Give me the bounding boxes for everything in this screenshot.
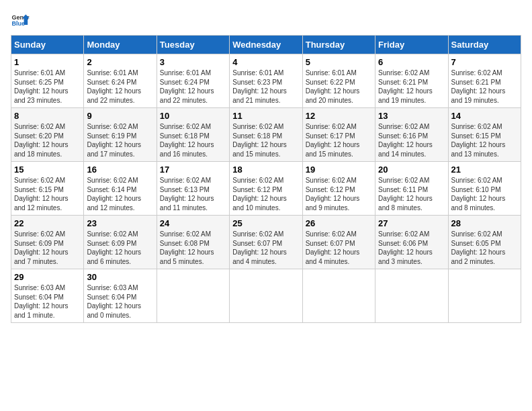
calendar-cell: 23 Sunrise: 6:02 AMSunset: 6:09 PMDaylig… bbox=[84, 216, 157, 269]
calendar-cell: 15 Sunrise: 6:02 AMSunset: 6:15 PMDaylig… bbox=[11, 162, 84, 216]
calendar-week-row: 8 Sunrise: 6:02 AMSunset: 6:20 PMDayligh… bbox=[11, 108, 521, 162]
calendar-cell bbox=[302, 269, 375, 323]
calendar-cell: 19 Sunrise: 6:02 AMSunset: 6:12 PMDaylig… bbox=[302, 162, 375, 216]
logo-icon: General Blue bbox=[11, 11, 30, 30]
calendar-cell: 22 Sunrise: 6:02 AMSunset: 6:09 PMDaylig… bbox=[11, 216, 84, 269]
calendar-cell: 6 Sunrise: 6:02 AMSunset: 6:21 PMDayligh… bbox=[375, 54, 448, 108]
calendar-cell: 13 Sunrise: 6:02 AMSunset: 6:16 PMDaylig… bbox=[375, 108, 448, 162]
day-detail: Sunrise: 6:01 AMSunset: 6:24 PMDaylight:… bbox=[160, 69, 214, 104]
day-detail: Sunrise: 6:01 AMSunset: 6:22 PMDaylight:… bbox=[306, 69, 360, 104]
day-number: 16 bbox=[87, 165, 153, 175]
day-number: 10 bbox=[160, 111, 226, 121]
day-detail: Sunrise: 6:01 AMSunset: 6:24 PMDaylight:… bbox=[87, 69, 141, 104]
day-number: 4 bbox=[232, 57, 299, 67]
calendar-cell: 25 Sunrise: 6:02 AMSunset: 6:07 PMDaylig… bbox=[230, 216, 302, 269]
day-number: 2 bbox=[87, 57, 153, 67]
calendar-cell bbox=[375, 269, 448, 323]
day-number: 30 bbox=[87, 272, 153, 282]
calendar-cell: 8 Sunrise: 6:02 AMSunset: 6:20 PMDayligh… bbox=[11, 108, 84, 162]
col-header-wednesday: Wednesday bbox=[230, 36, 302, 54]
day-detail: Sunrise: 6:02 AMSunset: 6:05 PMDaylight:… bbox=[451, 230, 506, 265]
day-detail: Sunrise: 6:02 AMSunset: 6:07 PMDaylight:… bbox=[306, 230, 360, 265]
col-header-saturday: Saturday bbox=[448, 36, 521, 54]
day-detail: Sunrise: 6:01 AMSunset: 6:23 PMDaylight:… bbox=[232, 69, 287, 104]
calendar-cell: 12 Sunrise: 6:02 AMSunset: 6:17 PMDaylig… bbox=[302, 108, 375, 162]
day-number: 24 bbox=[160, 218, 226, 228]
calendar-cell bbox=[157, 269, 229, 323]
day-detail: Sunrise: 6:02 AMSunset: 6:06 PMDaylight:… bbox=[378, 230, 433, 265]
calendar-cell: 28 Sunrise: 6:02 AMSunset: 6:05 PMDaylig… bbox=[448, 216, 521, 269]
day-number: 17 bbox=[160, 165, 226, 175]
day-detail: Sunrise: 6:02 AMSunset: 6:15 PMDaylight:… bbox=[451, 123, 506, 158]
day-detail: Sunrise: 6:02 AMSunset: 6:21 PMDaylight:… bbox=[378, 69, 433, 104]
col-header-sunday: Sunday bbox=[11, 36, 84, 54]
calendar-cell: 20 Sunrise: 6:02 AMSunset: 6:11 PMDaylig… bbox=[375, 162, 448, 216]
logo: General Blue bbox=[11, 11, 30, 30]
calendar-cell: 26 Sunrise: 6:02 AMSunset: 6:07 PMDaylig… bbox=[302, 216, 375, 269]
day-number: 26 bbox=[306, 218, 372, 228]
col-header-friday: Friday bbox=[375, 36, 448, 54]
day-detail: Sunrise: 6:02 AMSunset: 6:13 PMDaylight:… bbox=[160, 177, 214, 212]
calendar-table: SundayMondayTuesdayWednesdayThursdayFrid… bbox=[11, 35, 521, 323]
page-header: General Blue bbox=[11, 11, 521, 30]
day-detail: Sunrise: 6:02 AMSunset: 6:19 PMDaylight:… bbox=[87, 123, 141, 158]
calendar-cell: 24 Sunrise: 6:02 AMSunset: 6:08 PMDaylig… bbox=[157, 216, 229, 269]
day-number: 11 bbox=[232, 111, 299, 121]
calendar-cell bbox=[230, 269, 302, 323]
day-number: 8 bbox=[14, 111, 81, 121]
day-number: 18 bbox=[232, 165, 299, 175]
day-detail: Sunrise: 6:02 AMSunset: 6:07 PMDaylight:… bbox=[232, 230, 287, 265]
day-number: 25 bbox=[232, 218, 299, 228]
calendar-week-row: 15 Sunrise: 6:02 AMSunset: 6:15 PMDaylig… bbox=[11, 162, 521, 216]
calendar-cell: 1 Sunrise: 6:01 AMSunset: 6:25 PMDayligh… bbox=[11, 54, 84, 108]
day-detail: Sunrise: 6:02 AMSunset: 6:18 PMDaylight:… bbox=[232, 123, 287, 158]
day-number: 1 bbox=[14, 57, 81, 67]
day-detail: Sunrise: 6:02 AMSunset: 6:11 PMDaylight:… bbox=[378, 177, 433, 212]
day-number: 15 bbox=[14, 165, 81, 175]
day-number: 29 bbox=[14, 272, 81, 282]
day-number: 13 bbox=[378, 111, 445, 121]
calendar-cell: 4 Sunrise: 6:01 AMSunset: 6:23 PMDayligh… bbox=[230, 54, 302, 108]
day-number: 20 bbox=[378, 165, 445, 175]
day-number: 19 bbox=[306, 165, 372, 175]
calendar-cell: 5 Sunrise: 6:01 AMSunset: 6:22 PMDayligh… bbox=[302, 54, 375, 108]
day-number: 21 bbox=[451, 165, 518, 175]
day-detail: Sunrise: 6:02 AMSunset: 6:15 PMDaylight:… bbox=[14, 177, 69, 212]
calendar-cell bbox=[448, 269, 521, 323]
col-header-thursday: Thursday bbox=[302, 36, 375, 54]
day-detail: Sunrise: 6:02 AMSunset: 6:17 PMDaylight:… bbox=[306, 123, 360, 158]
day-number: 27 bbox=[378, 218, 445, 228]
day-detail: Sunrise: 6:03 AMSunset: 6:04 PMDaylight:… bbox=[14, 284, 69, 319]
day-number: 22 bbox=[14, 218, 81, 228]
calendar-cell: 3 Sunrise: 6:01 AMSunset: 6:24 PMDayligh… bbox=[157, 54, 229, 108]
col-header-monday: Monday bbox=[84, 36, 157, 54]
calendar-cell: 9 Sunrise: 6:02 AMSunset: 6:19 PMDayligh… bbox=[84, 108, 157, 162]
calendar-header-row: SundayMondayTuesdayWednesdayThursdayFrid… bbox=[11, 36, 521, 54]
calendar-cell: 21 Sunrise: 6:02 AMSunset: 6:10 PMDaylig… bbox=[448, 162, 521, 216]
day-number: 7 bbox=[451, 57, 518, 67]
day-detail: Sunrise: 6:03 AMSunset: 6:04 PMDaylight:… bbox=[87, 284, 141, 319]
day-number: 23 bbox=[87, 218, 153, 228]
calendar-cell: 16 Sunrise: 6:02 AMSunset: 6:14 PMDaylig… bbox=[84, 162, 157, 216]
day-number: 14 bbox=[451, 111, 518, 121]
day-detail: Sunrise: 6:02 AMSunset: 6:09 PMDaylight:… bbox=[14, 230, 69, 265]
day-number: 3 bbox=[160, 57, 226, 67]
calendar-cell: 17 Sunrise: 6:02 AMSunset: 6:13 PMDaylig… bbox=[157, 162, 229, 216]
day-detail: Sunrise: 6:02 AMSunset: 6:16 PMDaylight:… bbox=[378, 123, 433, 158]
calendar-cell: 18 Sunrise: 6:02 AMSunset: 6:12 PMDaylig… bbox=[230, 162, 302, 216]
calendar-week-row: 29 Sunrise: 6:03 AMSunset: 6:04 PMDaylig… bbox=[11, 269, 521, 323]
day-detail: Sunrise: 6:02 AMSunset: 6:18 PMDaylight:… bbox=[160, 123, 214, 158]
calendar-cell: 14 Sunrise: 6:02 AMSunset: 6:15 PMDaylig… bbox=[448, 108, 521, 162]
day-detail: Sunrise: 6:02 AMSunset: 6:08 PMDaylight:… bbox=[160, 230, 214, 265]
day-number: 28 bbox=[451, 218, 518, 228]
day-detail: Sunrise: 6:02 AMSunset: 6:12 PMDaylight:… bbox=[306, 177, 360, 212]
day-detail: Sunrise: 6:02 AMSunset: 6:09 PMDaylight:… bbox=[87, 230, 141, 265]
calendar-cell: 7 Sunrise: 6:02 AMSunset: 6:21 PMDayligh… bbox=[448, 54, 521, 108]
day-number: 6 bbox=[378, 57, 445, 67]
calendar-week-row: 22 Sunrise: 6:02 AMSunset: 6:09 PMDaylig… bbox=[11, 216, 521, 269]
calendar-cell: 2 Sunrise: 6:01 AMSunset: 6:24 PMDayligh… bbox=[84, 54, 157, 108]
svg-text:Blue: Blue bbox=[11, 20, 25, 27]
day-number: 9 bbox=[87, 111, 153, 121]
calendar-cell: 10 Sunrise: 6:02 AMSunset: 6:18 PMDaylig… bbox=[157, 108, 229, 162]
day-detail: Sunrise: 6:02 AMSunset: 6:20 PMDaylight:… bbox=[14, 123, 69, 158]
